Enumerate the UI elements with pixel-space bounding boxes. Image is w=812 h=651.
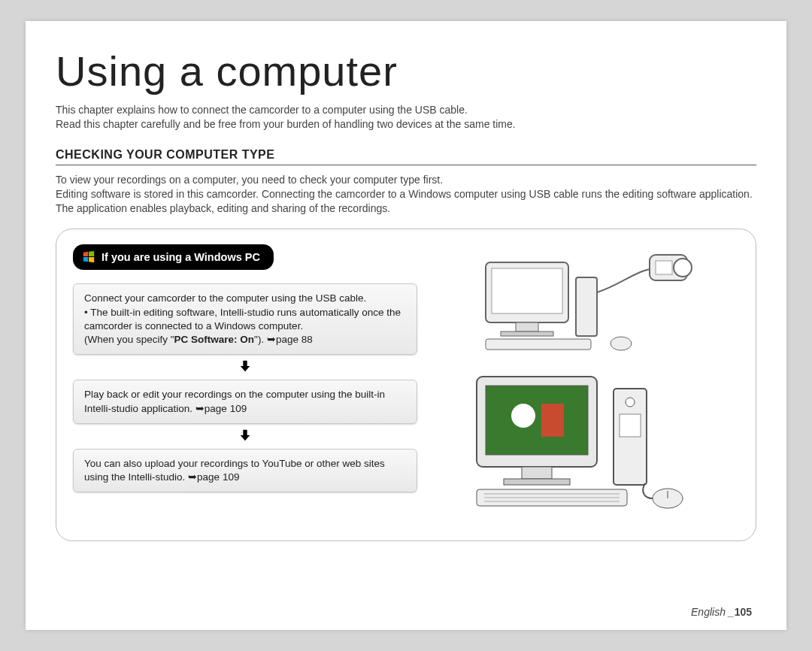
section-body: To view your recordings on a computer, y… [56, 173, 756, 216]
svg-point-14 [674, 259, 692, 277]
svg-rect-19 [541, 404, 564, 437]
svg-marker-3 [89, 257, 94, 262]
svg-point-23 [626, 398, 635, 407]
page-title: Using a computer [56, 47, 756, 95]
svg-point-18 [511, 404, 535, 428]
step-1-line-a: Connect your camcorder to the computer u… [84, 292, 406, 305]
svg-rect-15 [656, 261, 672, 274]
step-1-pageref: page 88 [276, 334, 313, 345]
svg-marker-0 [83, 252, 88, 256]
intro-line-1: This chapter explains how to connect the… [56, 103, 756, 117]
svg-marker-4 [241, 361, 250, 371]
svg-rect-24 [620, 414, 641, 437]
section-body-line-1: To view your recordings on a computer, y… [56, 173, 756, 187]
step-2-pageref: page 109 [205, 403, 247, 414]
svg-marker-1 [89, 251, 94, 256]
section-heading: CHECKING YOUR COMPUTER TYPE [56, 148, 756, 165]
panel-left: If you are using a Windows PC Connect yo… [73, 244, 417, 519]
svg-marker-2 [83, 257, 88, 262]
illustration-pc-playback [434, 366, 733, 516]
windows-pc-pill: If you are using a Windows PC [73, 244, 274, 270]
page-ref-arrow-icon: ➥ [267, 334, 276, 345]
svg-rect-11 [486, 339, 591, 350]
svg-rect-8 [516, 322, 538, 332]
instruction-panel: If you are using a Windows PC Connect yo… [56, 229, 756, 541]
svg-marker-5 [241, 430, 250, 441]
arrow-down-icon [238, 359, 252, 375]
windows-logo-icon [82, 250, 95, 264]
page-ref-arrow-icon: ➥ [188, 471, 197, 483]
illustration-camcorder-to-pc [434, 247, 733, 353]
manual-page: Using a computer This chapter explains h… [26, 21, 786, 630]
footer-language: English [691, 606, 729, 618]
svg-rect-21 [504, 479, 570, 485]
section-body-line-2: Editing software is stored in this camco… [56, 187, 756, 216]
svg-rect-20 [522, 467, 552, 479]
step-3: You can also upload your recordings to Y… [73, 449, 417, 492]
intro-line-2: Read this chapter carefully and be free … [56, 117, 756, 132]
page-ref-arrow-icon: ➥ [195, 403, 205, 414]
step-2: Play back or edit your recordings on the… [73, 380, 417, 423]
panel-right [428, 244, 739, 519]
footer-page-number: 105 [735, 606, 752, 618]
svg-point-12 [611, 337, 632, 350]
step-3-pageref: page 109 [197, 471, 239, 483]
svg-rect-17 [486, 386, 588, 455]
svg-rect-7 [492, 268, 562, 313]
step-1: Connect your camcorder to the computer u… [73, 283, 417, 355]
intro-text: This chapter explains how to connect the… [56, 103, 756, 132]
svg-rect-10 [576, 277, 597, 336]
page-footer: English _105 [691, 606, 752, 618]
pill-label: If you are using a Windows PC [102, 251, 260, 263]
arrow-down-icon [238, 428, 252, 444]
step-1-line-b: • The built-in editing software, Intelli… [84, 306, 406, 347]
svg-rect-9 [501, 332, 553, 336]
